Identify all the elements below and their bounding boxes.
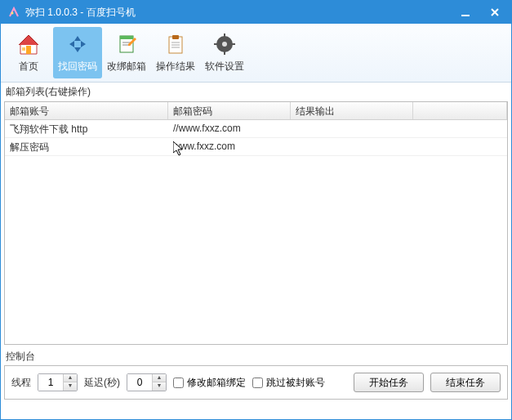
- checkbox-skip-input[interactable]: [252, 378, 263, 388]
- tab-settings[interactable]: 软件设置: [200, 27, 249, 78]
- tab-change-email[interactable]: 改绑邮箱: [102, 27, 151, 78]
- svg-point-0: [11, 12, 14, 15]
- edit-doc-icon: [114, 32, 139, 56]
- delay-down[interactable]: ▼: [153, 382, 166, 391]
- threads-label: 线程: [11, 376, 31, 390]
- tab-home[interactable]: 首页: [4, 27, 53, 78]
- checkbox-modify-input[interactable]: [173, 378, 184, 388]
- email-table: 邮箱账号 邮箱密码 结果输出 飞翔软件下载 http //www.fxxz.co…: [4, 101, 508, 345]
- cell-account: 解压密码: [5, 138, 168, 155]
- column-header-result[interactable]: 结果输出: [291, 102, 413, 119]
- svg-rect-17: [214, 43, 218, 45]
- table-header: 邮箱账号 邮箱密码 结果输出: [5, 102, 507, 120]
- checkbox-skip-label: 跳过被封账号: [266, 376, 325, 390]
- svg-rect-9: [172, 35, 179, 39]
- cell-account: 飞翔软件下载 http: [5, 120, 168, 137]
- tab-label: 改绑邮箱: [107, 60, 146, 74]
- delay-input[interactable]: [127, 374, 152, 391]
- table-caption: 邮箱列表(右键操作): [1, 83, 511, 101]
- threads-down[interactable]: ▼: [64, 382, 77, 391]
- tab-find-password[interactable]: 找回密码: [53, 27, 102, 78]
- threads-input[interactable]: [38, 374, 63, 391]
- delay-label: 延迟(秒): [84, 376, 120, 390]
- column-header-account[interactable]: 邮箱账号: [5, 102, 168, 119]
- minimize-button[interactable]: [456, 2, 475, 22]
- home-icon: [16, 32, 41, 56]
- stop-button[interactable]: 结束任务: [430, 373, 501, 392]
- titlebar: 弥扫 1.0.0.3 - 百度扫号机: [1, 1, 511, 24]
- gear-icon: [212, 32, 237, 56]
- tab-label: 找回密码: [58, 60, 97, 74]
- cell-result: [291, 138, 413, 155]
- checkbox-modify-label: 修改邮箱绑定: [187, 376, 246, 390]
- tab-results[interactable]: 操作结果: [151, 27, 200, 78]
- cell-result: [291, 120, 413, 137]
- cell-password: www.fxxz.com: [168, 138, 291, 155]
- delay-up[interactable]: ▲: [153, 374, 166, 382]
- table-row[interactable]: 飞翔软件下载 http //www.fxxz.com: [5, 120, 507, 138]
- delay-spinner[interactable]: ▲ ▼: [127, 373, 167, 391]
- close-button[interactable]: [485, 2, 505, 22]
- control-caption: 控制台: [1, 348, 511, 365]
- svg-rect-3: [22, 47, 25, 51]
- table-row[interactable]: 解压密码 www.fxxz.com: [5, 138, 507, 156]
- toolbar: 首页 找回密码 改绑邮箱 操作结果 软件设置: [1, 24, 511, 83]
- svg-rect-16: [224, 51, 225, 55]
- column-header-password[interactable]: 邮箱密码: [168, 102, 291, 119]
- svg-rect-5: [120, 36, 133, 39]
- window-title: 弥扫 1.0.0.3 - 百度扫号机: [25, 6, 456, 20]
- threads-spinner[interactable]: ▲ ▼: [38, 373, 78, 391]
- checkbox-skip-banned[interactable]: 跳过被封账号: [252, 376, 325, 390]
- svg-rect-2: [26, 46, 31, 54]
- svg-rect-15: [224, 34, 225, 38]
- svg-rect-18: [231, 43, 235, 45]
- app-icon: [7, 6, 20, 19]
- threads-up[interactable]: ▲: [64, 374, 77, 382]
- tab-label: 首页: [19, 60, 38, 74]
- tab-label: 操作结果: [156, 60, 195, 74]
- column-header-empty[interactable]: [413, 102, 507, 119]
- tab-label: 软件设置: [205, 60, 244, 74]
- cell-password: //www.fxxz.com: [168, 120, 291, 137]
- clipboard-icon: [163, 32, 188, 56]
- svg-point-14: [222, 42, 227, 47]
- arrows-icon: [65, 32, 90, 56]
- start-button[interactable]: 开始任务: [354, 373, 424, 392]
- table-body: 飞翔软件下载 http //www.fxxz.com 解压密码 www.fxxz…: [5, 120, 507, 156]
- checkbox-modify-email[interactable]: 修改邮箱绑定: [173, 376, 246, 390]
- svg-rect-1: [461, 15, 470, 16]
- control-panel: 线程 ▲ ▼ 延迟(秒) ▲ ▼ 修改邮箱绑定 跳过被封账号 开始任务 结束任务: [4, 365, 508, 400]
